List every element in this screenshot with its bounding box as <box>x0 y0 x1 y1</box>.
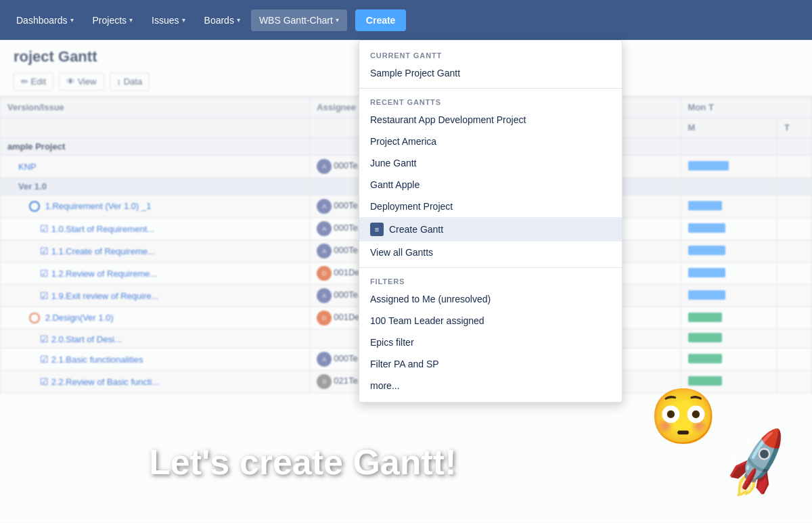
issue-link[interactable]: 1.9.Exit review of Require... <box>51 291 159 301</box>
nav-projects-label: Projects <box>93 15 127 26</box>
nav-projects[interactable]: Projects ▾ <box>85 9 141 31</box>
nav-issues-label: Issues <box>152 15 179 26</box>
checkbox-icon[interactable]: ☑ <box>40 268 49 279</box>
cell-issue: ☑ 2.2.Review of Basic functi... <box>1 371 310 393</box>
issue-link[interactable]: 1.Requirement (Ver 1.0) _1 <box>45 201 152 211</box>
checkbox-icon[interactable]: ☑ <box>40 223 49 234</box>
cell-bar-t <box>777 348 812 371</box>
wbs-gantt-dropdown: CURRENT GANTT Sample Project Gantt RECEN… <box>359 40 623 403</box>
gantt-bar <box>688 161 729 170</box>
issue-type-icon <box>29 313 40 323</box>
recent-gantt-item-1[interactable]: Project America <box>359 131 622 152</box>
nav-boards[interactable]: Boards ▾ <box>196 9 248 31</box>
chevron-down-icon: ▾ <box>70 16 74 24</box>
chevron-down-icon: ▾ <box>182 16 185 24</box>
cell-bar-t <box>777 307 812 329</box>
divider <box>359 267 622 268</box>
data-button[interactable]: ↕ Data <box>110 72 150 91</box>
recent-gantt-item-0[interactable]: Restaurant App Development Project <box>359 109 622 131</box>
current-gantt-label: CURRENT GANTT <box>359 46 622 62</box>
cell-bar-t <box>777 329 812 348</box>
filters-label: FILTERS <box>359 272 622 288</box>
filter-more-item[interactable]: more... <box>359 375 622 396</box>
issue-link[interactable]: 1.1.Create of Requireme... <box>51 246 155 256</box>
cell-bar-m <box>681 138 777 156</box>
cell-bar-m <box>681 218 777 240</box>
cell-bar-m <box>681 307 777 329</box>
chevron-down-icon: ▾ <box>237 16 240 24</box>
cell-bar-t <box>777 218 812 240</box>
nav-boards-label: Boards <box>204 15 234 26</box>
cell-issue: ☑ 1.1.Create of Requireme... <box>1 240 310 263</box>
col-t: T <box>777 118 812 138</box>
gantt-bar <box>688 246 725 255</box>
edit-button[interactable]: ✏ Edit <box>14 72 53 91</box>
create-gantt-item[interactable]: ≡ Create Gantt <box>359 217 622 242</box>
cell-issue: ☑ 1.0.Start of Requirement... <box>1 218 310 240</box>
cell-issue: ☑ 2.0.Start of Desi... <box>1 329 310 348</box>
gantt-bar <box>688 333 722 342</box>
avatar: A <box>317 352 332 367</box>
col-version-issue: Version/Issue <box>1 97 310 118</box>
issue-link[interactable]: 1.2.Review of Requireme... <box>51 269 158 279</box>
checkbox-icon[interactable]: ☑ <box>40 354 49 365</box>
divider <box>359 88 622 89</box>
filter-item-1[interactable]: 100 Team Leader assigned <box>359 310 622 332</box>
recent-gantts-label: RECENT GANTTS <box>359 93 622 109</box>
nav-wbs-gantt[interactable]: WBS Gantt-Chart ▾ <box>251 9 347 31</box>
checkbox-icon[interactable]: ☑ <box>40 376 49 387</box>
avatar: A <box>317 159 332 174</box>
gantt-bar <box>688 223 725 233</box>
cell-issue: 2.Design(Ver 1.0) <box>1 307 310 329</box>
checkbox-icon[interactable]: ☑ <box>40 290 49 301</box>
current-gantt-item[interactable]: Sample Project Gantt <box>359 62 622 84</box>
col-mon: Mon T <box>681 97 811 118</box>
avatar: A <box>317 221 332 236</box>
recent-gantt-item-4[interactable]: Deployment Project <box>359 196 622 217</box>
avatar: 0 <box>317 374 332 389</box>
nav-dashboards[interactable]: Dashboards ▾ <box>8 9 82 31</box>
cell-bar-t <box>777 285 812 307</box>
issue-link[interactable]: 2.Design(Ver 1.0) <box>45 313 114 323</box>
filter-item-3[interactable]: Filter PA and SP <box>359 353 622 375</box>
checkbox-icon[interactable]: ☑ <box>40 246 49 256</box>
issue-link[interactable]: 2.0.Start of Desi... <box>51 334 122 344</box>
cell-bar-t <box>777 371 812 393</box>
recent-gantt-item-2[interactable]: June Gantt <box>359 152 622 174</box>
filter-item-2[interactable]: Epics filter <box>359 332 622 353</box>
checkbox-icon[interactable]: ☑ <box>40 334 49 344</box>
avatar: A <box>317 244 332 258</box>
issue-link[interactable]: 2.2.Review of Basic functi... <box>51 377 160 387</box>
gantt-bar <box>688 313 722 322</box>
avatar: D <box>317 311 332 325</box>
issue-link[interactable]: KNP <box>18 162 37 172</box>
issue-link[interactable]: 2.1.Basic functionalities <box>51 355 143 365</box>
view-button[interactable]: 👁 View <box>59 72 104 91</box>
create-button[interactable]: Create <box>355 9 407 31</box>
view-all-gantts-item[interactable]: View all Gantts <box>359 242 622 263</box>
cell-bar-m <box>681 178 777 196</box>
gantt-bar <box>688 268 725 277</box>
navbar: Dashboards ▾ Projects ▾ Issues ▾ Boards … <box>0 0 812 40</box>
cell-bar-t <box>777 196 812 218</box>
cell-issue: ☑ 1.9.Exit review of Require... <box>1 285 310 307</box>
cell-issue: ample Project <box>1 138 310 156</box>
avatar: A <box>317 288 332 303</box>
cell-bar-m <box>681 371 777 393</box>
cell-issue: ☑ 1.2.Review of Requireme... <box>1 263 310 285</box>
cell-bar-t <box>777 156 812 178</box>
avatar: D <box>317 266 332 281</box>
cell-bar-m <box>681 263 777 285</box>
issue-link[interactable]: 1.0.Start of Requirement... <box>51 224 154 234</box>
gantt-bar <box>688 354 722 363</box>
col-sub-1 <box>1 118 310 138</box>
chevron-down-icon: ▾ <box>336 16 339 24</box>
avatar: A <box>317 199 332 214</box>
nav-issues[interactable]: Issues ▾ <box>143 9 193 31</box>
cell-issue: KNP <box>1 156 310 178</box>
filter-item-0[interactable]: Assigned to Me (unresolved) <box>359 288 622 310</box>
create-gantt-label: Create Gantt <box>389 224 443 235</box>
recent-gantt-item-3[interactable]: Gantt Apple <box>359 174 622 196</box>
cell-bar-m <box>681 285 777 307</box>
cell-bar-t <box>777 138 812 156</box>
